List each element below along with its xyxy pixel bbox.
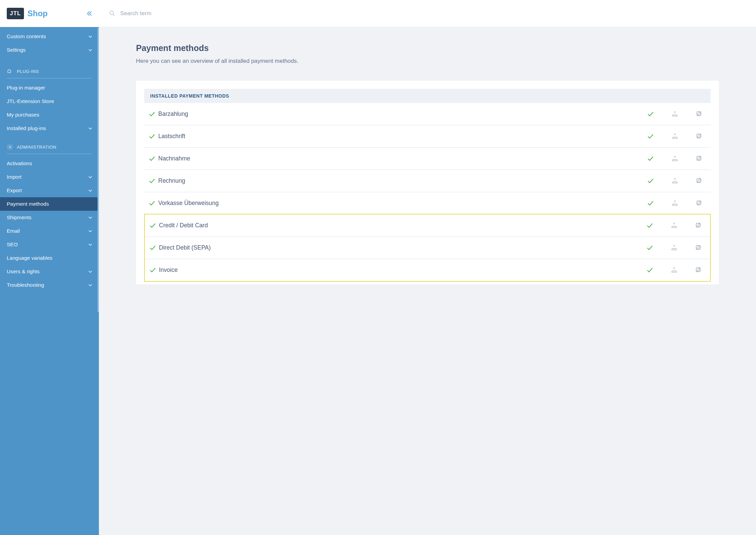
svg-text:$: $ <box>675 111 675 113</box>
enabled-check-icon[interactable] <box>648 112 653 117</box>
enabled-check-icon[interactable] <box>648 201 653 206</box>
sidebar-item-seo[interactable]: SEO <box>0 238 99 251</box>
payout-icon[interactable]: $ <box>671 223 677 228</box>
svg-text:$: $ <box>675 178 675 180</box>
page-subtitle: Here you can see an overview of all inst… <box>136 58 719 65</box>
svg-text:$: $ <box>675 156 675 157</box>
chevron-double-left-icon <box>87 11 92 16</box>
sidebar-item-label: My purchases <box>7 112 39 118</box>
payout-icon[interactable]: $ <box>672 156 678 161</box>
status-check-icon <box>147 268 158 273</box>
brand-row: JTL Shop <box>0 0 99 27</box>
sidebar-item-label: Custom contents <box>7 33 46 40</box>
edit-icon[interactable] <box>696 245 701 251</box>
sidebar-top-nav: Custom contents Settings <box>0 27 99 59</box>
sidebar-item-users-rights[interactable]: Users & rights <box>0 265 99 278</box>
status-check-icon <box>147 134 157 139</box>
edit-icon[interactable] <box>696 111 702 117</box>
chevron-down-icon <box>88 216 92 219</box>
enabled-check-icon[interactable] <box>647 268 653 273</box>
chevron-down-icon <box>88 176 92 178</box>
sidebar-item-extension-store[interactable]: JTL-Extension Store <box>0 95 99 108</box>
payout-icon[interactable]: $ <box>672 178 678 184</box>
sidebar-section-plugins: PLUG-INS Plug-in manager JTL-Extension S… <box>0 59 99 135</box>
divider <box>7 154 92 154</box>
svg-text:$: $ <box>675 134 675 135</box>
sidebar-item-label: Email <box>7 228 20 234</box>
chevron-down-icon <box>88 284 92 286</box>
payout-icon[interactable]: $ <box>671 245 677 251</box>
table-row: Vorkasse Überweisung$ <box>144 192 711 214</box>
brand-logo: JTL <box>7 8 24 19</box>
section-title: ADMINISTRATION <box>17 145 56 150</box>
svg-point-0 <box>9 146 11 148</box>
brand-shop-text: Shop <box>27 9 48 18</box>
payout-icon[interactable]: $ <box>671 267 677 273</box>
sidebar-item-installed-plugins[interactable]: Installed plug-ins <box>0 122 99 135</box>
sidebar-item-label: Activations <box>7 160 32 167</box>
sidebar: JTL Shop Custom contents Settings <box>0 0 99 535</box>
payout-icon[interactable]: $ <box>672 200 678 206</box>
sidebar-item-payment-methods[interactable]: Payment methods <box>0 197 99 211</box>
enabled-check-icon[interactable] <box>647 223 653 228</box>
enabled-check-icon[interactable] <box>647 246 653 250</box>
enabled-check-icon[interactable] <box>648 179 653 183</box>
sidebar-item-export[interactable]: Export <box>0 184 99 197</box>
payment-method-name: Invoice <box>158 266 647 274</box>
sidebar-item-shipments[interactable]: Shipments <box>0 211 99 224</box>
edit-icon[interactable] <box>696 178 702 184</box>
sidebar-item-label: Shipments <box>7 214 31 221</box>
sidebar-section-administration: ADMINISTRATION Activations Import Export… <box>0 135 99 292</box>
sidebar-item-custom-contents[interactable]: Custom contents <box>0 30 99 43</box>
chevron-down-icon <box>88 127 92 130</box>
svg-text:$: $ <box>674 223 675 224</box>
edit-icon[interactable] <box>696 267 701 273</box>
chevron-down-icon <box>88 230 92 232</box>
panel-header: INSTALLED PAYMENT METHODS <box>144 89 711 103</box>
sidebar-item-troubleshooting[interactable]: Troubleshooting <box>0 278 99 292</box>
payout-icon[interactable]: $ <box>672 133 678 139</box>
page-title: Payment methods <box>136 43 719 53</box>
sidebar-scrollbar[interactable] <box>98 28 99 312</box>
section-title: PLUG-INS <box>17 69 39 74</box>
search-input[interactable] <box>120 10 221 17</box>
payment-method-name: Rechnung <box>157 177 648 184</box>
enabled-check-icon[interactable] <box>648 134 653 139</box>
sidebar-item-activations[interactable]: Activations <box>0 157 99 170</box>
status-check-icon <box>147 112 157 117</box>
sidebar-collapse-button[interactable] <box>87 11 92 16</box>
main: Payment methods Here you can see an over… <box>99 0 756 535</box>
table-row: Invoice$ <box>145 259 710 281</box>
chevron-down-icon <box>88 189 92 192</box>
sidebar-item-label: SEO <box>7 241 18 248</box>
sidebar-item-import[interactable]: Import <box>0 170 99 184</box>
edit-icon[interactable] <box>696 200 702 206</box>
sidebar-item-my-purchases[interactable]: My purchases <box>0 108 99 122</box>
status-check-icon <box>147 246 158 250</box>
payment-method-name: Vorkasse Überweisung <box>157 200 648 207</box>
edit-icon[interactable] <box>696 156 702 161</box>
svg-text:$: $ <box>675 201 675 202</box>
search-icon <box>109 10 115 17</box>
sidebar-item-language-variables[interactable]: Language variables <box>0 251 99 265</box>
svg-point-1 <box>110 11 113 15</box>
edit-icon[interactable] <box>696 133 702 139</box>
sidebar-item-settings[interactable]: Settings <box>0 43 99 57</box>
sidebar-item-label: Plug-in manager <box>7 85 45 91</box>
edit-icon[interactable] <box>696 223 701 228</box>
brand-logo-wrap[interactable]: JTL Shop <box>7 8 48 19</box>
status-check-icon <box>147 179 157 183</box>
chevron-down-icon <box>88 35 92 38</box>
sidebar-item-plugin-manager[interactable]: Plug-in manager <box>0 81 99 95</box>
status-check-icon <box>147 201 157 206</box>
sidebar-item-email[interactable]: Email <box>0 224 99 238</box>
svg-line-2 <box>113 14 115 16</box>
payout-icon[interactable]: $ <box>672 111 678 117</box>
table-row: Barzahlung$ <box>144 103 711 125</box>
table-row: Direct Debit (SEPA)$ <box>145 237 710 259</box>
table-row: Credit / Debit Card$ <box>145 214 710 237</box>
svg-text:$: $ <box>674 268 675 269</box>
sidebar-item-label: Settings <box>7 47 26 53</box>
highlighted-rows: Credit / Debit Card$Direct Debit (SEPA)$… <box>144 214 711 282</box>
enabled-check-icon[interactable] <box>648 156 653 161</box>
